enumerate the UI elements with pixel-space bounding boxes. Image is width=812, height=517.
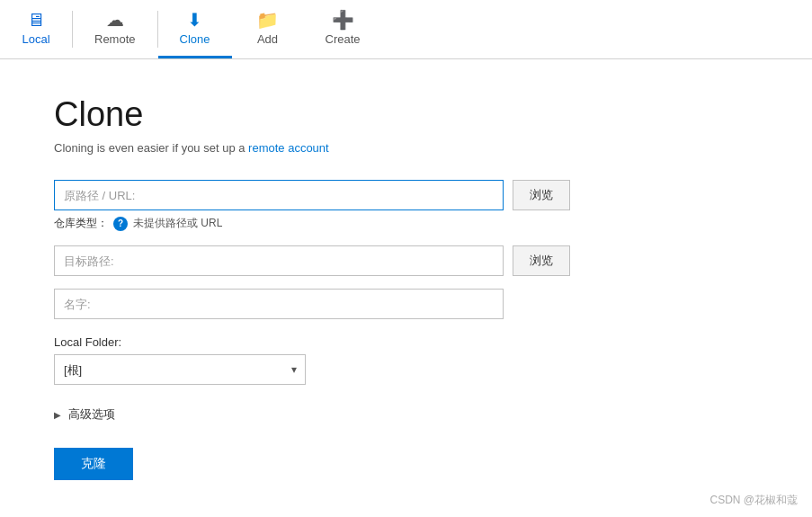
remote-account-link[interactable]: remote account	[248, 141, 329, 155]
local-icon: 🖥	[27, 11, 45, 29]
nav-local-label: Local	[22, 32, 49, 46]
advanced-options-row[interactable]: ▶ 高级选项	[54, 406, 758, 423]
local-folder-dropdown-wrapper: [根] ▾	[54, 354, 306, 385]
top-navigation: 🖥 Local ☁ Remote ⬇ Clone 📁 Add ➕ Create	[0, 0, 812, 59]
help-icon[interactable]: ?	[113, 217, 128, 231]
local-folder-section: Local Folder: [根] ▾	[54, 335, 758, 385]
repo-type-label: 仓库类型：	[54, 216, 108, 231]
url-row: 浏览	[54, 180, 758, 210]
local-folder-label: Local Folder:	[54, 335, 758, 349]
clone-button[interactable]: 克隆	[54, 448, 133, 480]
create-icon: ➕	[332, 11, 354, 29]
local-folder-select[interactable]: [根]	[54, 354, 306, 385]
browse-url-button[interactable]: 浏览	[513, 180, 570, 210]
advanced-options-label: 高级选项	[68, 406, 115, 423]
name-input[interactable]	[54, 289, 504, 319]
url-input[interactable]	[54, 180, 504, 210]
nav-clone-label: Clone	[180, 32, 210, 46]
name-row	[54, 289, 758, 319]
nav-add-label: Add	[257, 32, 278, 46]
nav-add[interactable]: 📁 Add	[232, 0, 304, 58]
browse-target-button[interactable]: 浏览	[513, 245, 570, 276]
nav-clone[interactable]: ⬇ Clone	[158, 0, 232, 58]
nav-local[interactable]: 🖥 Local	[0, 0, 72, 58]
target-row: 浏览	[54, 245, 758, 276]
add-icon: 📁	[256, 11, 279, 29]
page-title: Clone	[54, 95, 758, 134]
subtitle-prefix: Cloning is even easier if you set up a	[54, 141, 248, 155]
nav-create[interactable]: ➕ Create	[304, 0, 382, 58]
nav-remote[interactable]: ☁ Remote	[73, 0, 157, 58]
remote-icon: ☁	[106, 11, 124, 29]
repo-type-error: 未提供路径或 URL	[133, 216, 222, 231]
repo-type-row: 仓库类型： ? 未提供路径或 URL	[54, 216, 758, 231]
nav-remote-label: Remote	[94, 32, 136, 46]
target-input[interactable]	[54, 245, 504, 276]
main-content: Clone Cloning is even easier if you set …	[0, 59, 812, 516]
chevron-right-icon: ▶	[54, 410, 61, 420]
nav-create-label: Create	[326, 32, 361, 46]
subtitle: Cloning is even easier if you set up a r…	[54, 141, 758, 155]
watermark: CSDN @花椒和蔻	[709, 493, 798, 508]
clone-icon: ⬇	[187, 11, 202, 29]
